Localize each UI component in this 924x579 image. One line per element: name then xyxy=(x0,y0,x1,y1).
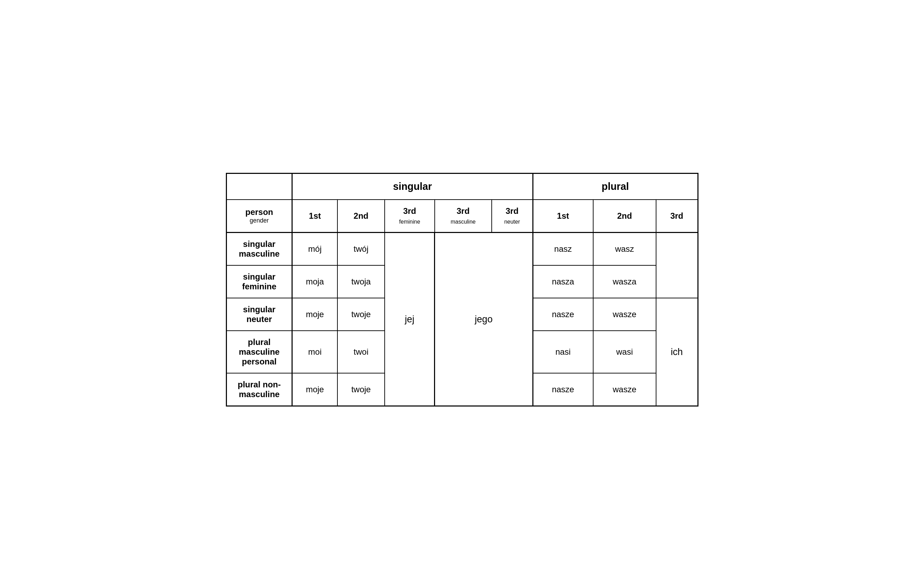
plural-header: plural xyxy=(533,173,698,200)
col-label: 3rd xyxy=(505,206,518,216)
col-sg-2nd: 2nd xyxy=(337,200,385,233)
col-pl-1st: 1st xyxy=(533,200,593,233)
cell-pl-nonmasc-pl2nd: wasze xyxy=(593,373,656,406)
row-label-text: singular masculine xyxy=(239,239,279,258)
section-header-row: singular plural xyxy=(226,173,698,200)
cell-merged-jego: jego xyxy=(435,232,533,406)
gender-label: gender xyxy=(230,217,288,224)
person-gender-header: person gender xyxy=(226,200,292,233)
row-label-pl-nonmasc: plural non-masculine xyxy=(226,373,292,406)
cell-sg-neut-2nd: twoje xyxy=(337,298,385,331)
row-sg-masc: singular masculine mój twój jej jego nas… xyxy=(226,232,698,265)
row-label-sg-fem: singular feminine xyxy=(226,265,292,298)
person-label: person xyxy=(245,207,273,217)
col-label: 1st xyxy=(557,211,569,221)
col-sg-1st: 1st xyxy=(292,200,337,233)
cell-pl3rd-empty-1 xyxy=(656,232,698,298)
cell-sg-masc-1st: mój xyxy=(292,232,337,265)
row-label-text: plural non-masculine xyxy=(238,380,281,399)
cell-sg-masc-pl1st: nasz xyxy=(533,232,593,265)
col-label: 3rd xyxy=(403,206,416,216)
col-sg-3rd-masc: 3rd masculine xyxy=(435,200,492,233)
col-label: 3rd xyxy=(670,211,683,221)
cell-sg-neut-pl1st: nasze xyxy=(533,298,593,331)
person-header-row: person gender 1st 2nd 3rd feminine 3rd m… xyxy=(226,200,698,233)
cell-pl-nonmasc-1st: moje xyxy=(292,373,337,406)
cell-pl-masc-pl1st: nasi xyxy=(533,331,593,373)
table-container: singular plural person gender 1st 2nd 3r… xyxy=(219,166,706,414)
cell-sg-fem-2nd: twoja xyxy=(337,265,385,298)
row-label-pl-masc: plural masculine personal xyxy=(226,331,292,373)
row-label-text: singular neuter xyxy=(243,305,275,324)
cell-pl-masc-pl2nd: wasi xyxy=(593,331,656,373)
col-label: 1st xyxy=(309,211,321,221)
col-sg-3rd-fem: 3rd feminine xyxy=(385,200,435,233)
empty-header xyxy=(226,173,292,200)
cell-sg-masc-pl2nd: wasz xyxy=(593,232,656,265)
row-label-sg-neut: singular neuter xyxy=(226,298,292,331)
cell-merged-ich: ich xyxy=(656,298,698,406)
singular-header: singular xyxy=(292,173,533,200)
col-sg-3rd-neut: 3rd neuter xyxy=(492,200,533,233)
cell-merged-jej: jej xyxy=(385,232,435,406)
col-sublabel: feminine xyxy=(399,219,420,225)
polish-pronouns-table: singular plural person gender 1st 2nd 3r… xyxy=(226,173,699,407)
col-label: 2nd xyxy=(617,211,632,221)
col-sublabel: neuter xyxy=(504,219,520,225)
row-label-text: plural masculine personal xyxy=(239,337,279,366)
cell-pl-masc-1st: moi xyxy=(292,331,337,373)
cell-sg-neut-1st: moje xyxy=(292,298,337,331)
cell-sg-masc-2nd: twój xyxy=(337,232,385,265)
row-label-text: singular feminine xyxy=(242,272,277,291)
cell-sg-fem-pl1st: nasza xyxy=(533,265,593,298)
cell-sg-fem-1st: moja xyxy=(292,265,337,298)
cell-pl-masc-2nd: twoi xyxy=(337,331,385,373)
col-label: 2nd xyxy=(354,211,369,221)
col-sublabel: masculine xyxy=(451,219,476,225)
col-label: 3rd xyxy=(456,206,469,216)
col-pl-2nd: 2nd xyxy=(593,200,656,233)
cell-pl-nonmasc-pl1st: nasze xyxy=(533,373,593,406)
col-pl-3rd: 3rd xyxy=(656,200,698,233)
cell-pl-nonmasc-2nd: twoje xyxy=(337,373,385,406)
cell-sg-neut-pl2nd: wasze xyxy=(593,298,656,331)
row-label-sg-masc: singular masculine xyxy=(226,232,292,265)
cell-sg-fem-pl2nd: wasza xyxy=(593,265,656,298)
